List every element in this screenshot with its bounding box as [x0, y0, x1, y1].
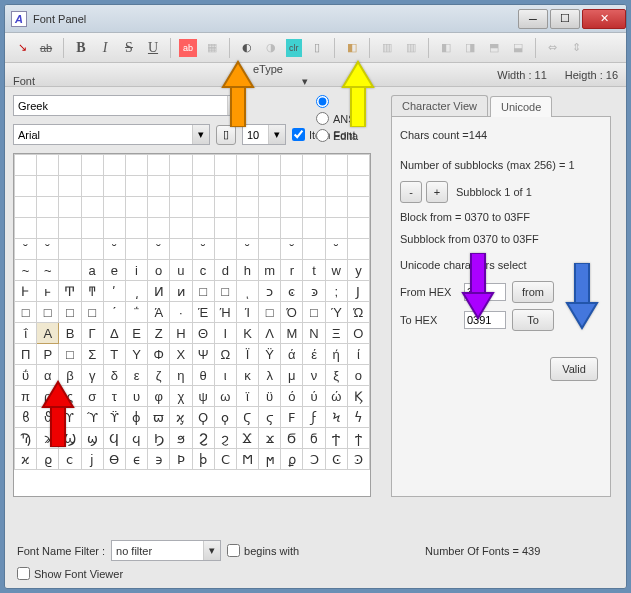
grid-cell[interactable] — [281, 155, 303, 176]
eraser-icon[interactable]: ◧ — [343, 39, 361, 57]
filter-dropdown[interactable]: no filter ▾ — [111, 540, 221, 561]
grid-cell[interactable] — [303, 239, 325, 260]
grid-cell[interactable]: ϵ — [125, 449, 147, 470]
grid-cell[interactable] — [37, 197, 59, 218]
tab-character-view[interactable]: Character View — [391, 95, 488, 116]
grid-cell[interactable]: ~ — [15, 260, 37, 281]
grid-cell[interactable] — [303, 155, 325, 176]
grid-cell[interactable] — [281, 218, 303, 239]
grid-cell[interactable]: o — [148, 260, 170, 281]
grid-cell[interactable]: Έ — [192, 302, 214, 323]
grid-cell[interactable] — [347, 197, 369, 218]
grid-cell[interactable]: ς — [59, 386, 81, 407]
grid-cell[interactable] — [148, 155, 170, 176]
grid-cell[interactable]: m — [259, 260, 281, 281]
grid-cell[interactable] — [214, 155, 236, 176]
grid-cell[interactable]: Ϟ — [325, 407, 347, 428]
underline-button[interactable]: U — [144, 39, 162, 57]
grid-cell[interactable]: ϸ — [192, 449, 214, 470]
grid-cell[interactable] — [103, 155, 125, 176]
font-dropdown[interactable]: Arial ▾ — [13, 124, 210, 145]
grid-cell[interactable] — [259, 176, 281, 197]
grid-cell[interactable]: □ — [303, 302, 325, 323]
grid-cell[interactable]: Ϧ — [148, 428, 170, 449]
grid-cell[interactable]: ˘ — [148, 239, 170, 260]
grid-cell[interactable]: ϱ — [37, 449, 59, 470]
grid-cell[interactable]: ϰ — [15, 449, 37, 470]
box-left-icon[interactable]: ◧ — [437, 39, 455, 57]
grid-cell[interactable]: ˘ — [103, 239, 125, 260]
grid-cell[interactable]: Ϊ — [236, 344, 258, 365]
align2-icon[interactable]: ▥ — [402, 39, 420, 57]
grid-cell[interactable]: έ — [303, 344, 325, 365]
grid-cell[interactable]: ϐ — [15, 407, 37, 428]
grid-cell[interactable]: Ϋ — [259, 344, 281, 365]
grid-cell[interactable] — [347, 176, 369, 197]
grid-cell[interactable]: Φ — [148, 344, 170, 365]
show-viewer-input[interactable] — [17, 567, 30, 580]
grid-cell[interactable]: Ϭ — [281, 428, 303, 449]
grid-cell[interactable]: ώ — [325, 386, 347, 407]
grid-cell[interactable]: □ — [15, 302, 37, 323]
grid-cell[interactable] — [347, 155, 369, 176]
grid-cell[interactable]: ϛ — [259, 407, 281, 428]
grid-cell[interactable]: Ϲ — [214, 449, 236, 470]
grid-cell[interactable]: ˘ — [37, 239, 59, 260]
grid-cell[interactable] — [325, 176, 347, 197]
grid-cell[interactable]: ϣ — [81, 428, 103, 449]
grid-cell[interactable]: ~ — [37, 260, 59, 281]
grid-cell[interactable]: ˘ — [192, 239, 214, 260]
grid-cell[interactable] — [125, 176, 147, 197]
grid-cell[interactable]: Ͽ — [347, 449, 369, 470]
grid-cell[interactable] — [259, 218, 281, 239]
grid-cell[interactable] — [125, 197, 147, 218]
grid-cell[interactable]: Π — [15, 344, 37, 365]
arrow-tool-icon[interactable]: ↘ — [13, 39, 31, 57]
grid-icon[interactable]: ▦ — [203, 39, 221, 57]
grid-cell[interactable]: Ε — [125, 323, 147, 344]
grid-cell[interactable]: Ϛ — [236, 407, 258, 428]
from-button[interactable]: from — [512, 281, 554, 303]
strike-ab-icon[interactable]: ab — [37, 39, 55, 57]
grid-cell[interactable] — [214, 176, 236, 197]
grid-cell[interactable]: ͺ — [236, 281, 258, 302]
grid-cell[interactable]: □ — [37, 302, 59, 323]
box-down-icon[interactable]: ⬓ — [509, 39, 527, 57]
grid-cell[interactable]: h — [236, 260, 258, 281]
grid-cell[interactable] — [325, 197, 347, 218]
grid-cell[interactable]: □ — [59, 302, 81, 323]
grid-cell[interactable] — [15, 197, 37, 218]
grid-cell[interactable]: ͽ — [303, 281, 325, 302]
grid-cell[interactable]: □ — [214, 281, 236, 302]
grid-cell[interactable] — [125, 155, 147, 176]
grid-cell[interactable]: Υ — [125, 344, 147, 365]
grid-cell[interactable]: Κ — [236, 323, 258, 344]
grid-cell[interactable] — [59, 260, 81, 281]
italic-button[interactable]: I — [96, 39, 114, 57]
grid-cell[interactable]: Ϣ — [59, 428, 81, 449]
grid-cell[interactable]: ϫ — [259, 428, 281, 449]
grid-cell[interactable]: ϕ — [125, 407, 147, 428]
grid-cell[interactable]: Ψ — [192, 344, 214, 365]
grid-cell[interactable]: Ϙ — [192, 407, 214, 428]
grid-cell[interactable]: ; — [325, 281, 347, 302]
grid-cell[interactable]: γ — [81, 365, 103, 386]
grid-cell[interactable]: d — [214, 260, 236, 281]
grid-cell[interactable] — [192, 176, 214, 197]
grid-cell[interactable] — [15, 218, 37, 239]
grid-cell[interactable]: η — [170, 365, 192, 386]
grid-cell[interactable]: a — [81, 260, 103, 281]
grid-cell[interactable] — [103, 176, 125, 197]
grid-cell[interactable]: τ — [103, 386, 125, 407]
grid-cell[interactable] — [103, 218, 125, 239]
to-hex-input[interactable] — [464, 311, 506, 329]
grid-cell[interactable] — [103, 197, 125, 218]
grid-cell[interactable]: □ — [59, 344, 81, 365]
grid-cell[interactable] — [170, 176, 192, 197]
play-dark-icon[interactable]: ◐ — [238, 39, 256, 57]
grid-cell[interactable]: ϳ — [81, 449, 103, 470]
grid-cell[interactable]: Ώ — [347, 302, 369, 323]
grid-cell[interactable] — [81, 176, 103, 197]
grid-cell[interactable]: ζ — [148, 365, 170, 386]
grid-cell[interactable] — [192, 155, 214, 176]
